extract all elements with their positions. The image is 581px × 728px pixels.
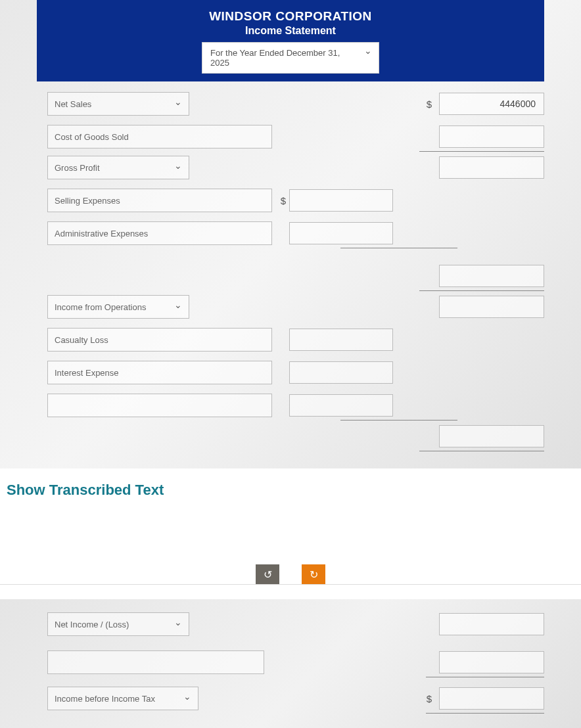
- redo-icon: ↻: [310, 568, 318, 581]
- net-income-amount[interactable]: [439, 613, 544, 635]
- income-ops-amount[interactable]: [439, 296, 544, 318]
- cogs-field[interactable]: Cost of Goods Sold: [47, 125, 272, 148]
- company-name: WINDSOR CORPORATION: [37, 9, 544, 24]
- casualty-field[interactable]: Casualty Loss: [47, 328, 272, 352]
- prev-button[interactable]: ↺: [256, 564, 279, 584]
- statement-header: WINDSOR CORPORATION Income Statement For…: [37, 0, 544, 81]
- nav-buttons: ↺ ↻: [0, 525, 581, 585]
- dollar-sign: $: [423, 693, 435, 704]
- casualty-amount[interactable]: [289, 329, 393, 351]
- gross-profit-amount[interactable]: [439, 156, 544, 179]
- income-statement-panel-2: Net Income / (Loss) Income before Income…: [0, 599, 581, 728]
- net-income-select[interactable]: Net Income / (Loss): [47, 612, 189, 636]
- show-transcribed-link[interactable]: Show Transcribed Text: [0, 468, 581, 525]
- blank-field-2[interactable]: [47, 650, 264, 674]
- undo-icon: ↺: [264, 568, 272, 581]
- period-select[interactable]: For the Year Ended December 31, 2025: [202, 42, 379, 74]
- dollar-sign: $: [277, 195, 289, 206]
- interest-field[interactable]: Interest Expense: [47, 361, 272, 384]
- income-statement-panel: WINDSOR CORPORATION Income Statement For…: [0, 0, 581, 468]
- net-sales-select[interactable]: Net Sales: [47, 92, 189, 116]
- statement-title: Income Statement: [37, 25, 544, 37]
- income-before-tax-select[interactable]: Income before Income Tax: [47, 687, 198, 710]
- selling-exp-field[interactable]: Selling Expenses: [47, 189, 272, 212]
- dollar-sign: $: [423, 99, 435, 110]
- net-sales-amount[interactable]: 4446000: [439, 93, 544, 115]
- income-ops-select[interactable]: Income from Operations: [47, 295, 189, 319]
- total-op-exp-amount[interactable]: [439, 265, 544, 287]
- blank-field[interactable]: [47, 394, 272, 417]
- blank-mid-amount[interactable]: [289, 394, 393, 417]
- gross-profit-select[interactable]: Gross Profit: [47, 156, 189, 179]
- selling-exp-amount[interactable]: [289, 189, 393, 212]
- interest-amount[interactable]: [289, 361, 393, 384]
- period-value: For the Year Ended December 31, 2025: [210, 48, 340, 68]
- form-body: Net Sales $ 4446000 Cost of Goods Sold G…: [0, 81, 581, 451]
- admin-exp-field[interactable]: Administrative Expenses: [47, 221, 272, 245]
- admin-exp-amount[interactable]: [289, 222, 393, 244]
- next-button[interactable]: ↻: [302, 564, 325, 584]
- income-before-tax-amount[interactable]: [439, 687, 544, 710]
- cogs-amount[interactable]: [439, 125, 544, 148]
- subtotal-amount[interactable]: [439, 425, 544, 447]
- blank-amount-2[interactable]: [439, 651, 544, 673]
